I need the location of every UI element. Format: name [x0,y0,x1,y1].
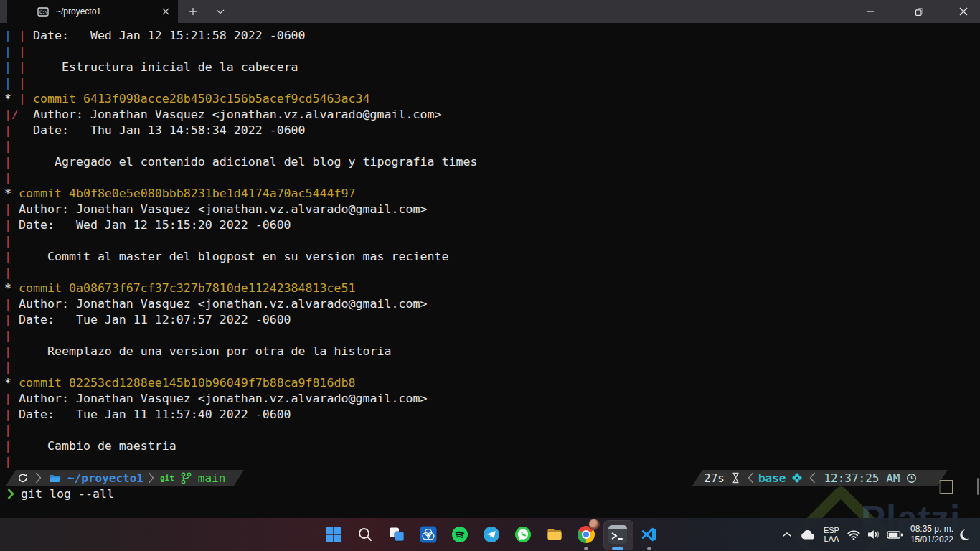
task-view-icon [388,526,405,543]
terminal-line: | [4,454,477,470]
restore-button[interactable] [903,0,936,23]
folder-icon [49,474,61,483]
search-button[interactable] [349,518,381,551]
terminal-line: * commit 82253cd1288ee145b10b96049f7b88c… [4,375,477,391]
terminal-line: | Date: Tue Jan 11 12:07:57 2022 -0600 [4,312,477,328]
terminal-line: | Date: Tue Jan 11 11:57:40 2022 -0600 [4,407,477,423]
battery-icon [887,530,903,540]
prompt-segment-right: 27s base 12:37:25 AM [692,470,948,486]
whatsapp-button[interactable] [507,518,539,551]
terminal-line: | [4,233,477,249]
wifi-button[interactable] [847,520,861,549]
notifications-button[interactable] [958,520,970,549]
vscode-button[interactable] [633,518,665,551]
command-prompt-icon: C:\ [37,6,49,17]
tray-time: 08:35 p. m. [910,524,953,534]
hourglass-icon [731,472,740,484]
running-indicator [584,547,588,550]
cloud-icon [799,529,816,541]
tab-dropdown-button[interactable] [208,0,232,23]
window-titlebar[interactable]: C:\ ~/proyecto1 [0,0,980,23]
terminal-line: | Cambio de maestria [4,438,477,454]
minimize-button[interactable] [854,0,887,23]
wifi-icon [847,529,861,540]
close-button[interactable] [947,0,980,23]
conda-env-icon [792,473,802,483]
prompt-branch: main [198,471,226,485]
terminal-line: | Author: Jonathan Vasquez <jonathan.vz.… [4,296,477,312]
shell-sync-icon [17,473,28,484]
terminal-line: | Agregado el contenido adicional del bl… [4,154,477,170]
battery-button[interactable] [887,520,903,549]
terminal-line: | [4,265,477,281]
terminal-line: | [4,328,477,344]
windows-terminal-button[interactable] [602,518,633,551]
tray-date: 15/01/2022 [910,534,953,545]
telegram-icon [483,526,500,543]
chevron-left-separator-icon [809,471,816,484]
command-line[interactable]: git log --all [4,486,114,501]
chevron-right-separator-icon [148,471,154,484]
file-explorer-icon [546,526,563,543]
prompt-segment-left: ~/proyecto1 git main [6,470,244,486]
volume-button[interactable] [867,520,881,549]
whatsapp-icon [514,526,532,543]
chevron-right-separator-icon [35,471,42,484]
start-button[interactable] [318,518,349,551]
svg-text:C:\: C:\ [39,9,47,14]
terminal-line: | | Date: Wed Jan 12 15:21:58 2022 -0600 [4,28,477,44]
terminal-scrollbar[interactable] [977,478,979,495]
windows-start-icon [326,527,341,542]
new-tab-button[interactable] [181,0,205,23]
terminal-line: | [4,423,477,438]
chrome-profile-avatar [588,519,600,530]
terminal-line: * commit 0a08673f67cf37c327b7810de112423… [4,281,477,296]
search-icon [357,527,373,542]
running-indicator [647,547,651,550]
terminal-line: | | Estructura inicial de la cabecera [4,60,477,75]
terminal-line: * commit 4b0f8e0e5e080bbb8231be1d4174a70… [4,186,477,202]
focus-assist-moon-icon [958,529,970,541]
prompt-path: ~/proyecto1 [67,471,143,485]
terminal-line: | [4,138,477,154]
spotify-button[interactable] [444,518,476,551]
terminal-line: | Author: Jonathan Vasquez <jonathan.vz.… [4,391,477,407]
active-indicator [612,547,623,550]
chevron-up-icon [782,532,792,537]
terminal-line: | | [4,75,477,91]
spotify-icon [451,526,468,543]
telegram-button[interactable] [476,518,507,551]
system-tray: ESP LAA 08:35 p. m. 15/01/2022 [782,518,980,551]
terminal-viewport[interactable]: | | Date: Wed Jan 12 15:21:58 2022 -0600… [0,23,980,518]
prompt-chevron-icon [7,488,14,500]
terminal-line: | | [4,44,477,60]
clock-icon [906,473,917,484]
volume-icon [867,529,881,540]
language-indicator[interactable]: ESP LAA [824,526,839,543]
terminal-cursor [939,480,953,494]
terminal-line: | Date: Thu Jan 13 14:58:34 2022 -0600 [4,123,477,138]
file-explorer-button[interactable] [539,518,570,551]
taskbar-icons [318,518,665,551]
terminal-line: | Date: Wed Jan 12 15:15:20 2022 -0600 [4,217,477,233]
prompt-time: 12:37:25 AM [824,471,900,485]
terminal-output: | | Date: Wed Jan 12 15:21:58 2022 -0600… [4,28,477,470]
task-view-button[interactable] [381,518,413,551]
language-line1: ESP [824,526,839,534]
hidden-icons-button[interactable] [782,520,792,549]
onedrive-button[interactable] [799,520,816,549]
terminal-line: | Commit al master del blogpost en su ve… [4,249,477,265]
terminal-line: | [4,170,477,186]
terminal-line: | Reemplazo de una version por otra de l… [4,344,477,359]
venn-app-button[interactable] [413,518,444,551]
terminal-tab[interactable]: C:\ ~/proyecto1 [7,0,178,23]
chrome-button[interactable] [570,518,602,551]
venn-app-icon [420,526,437,543]
terminal-line: | Author: Jonathan Vasquez <jonathan.vz.… [4,202,477,217]
windows-terminal-icon [608,525,627,544]
clock-calendar[interactable]: 08:35 p. m. 15/01/2022 [910,524,953,545]
language-line2: LAA [824,534,839,543]
tab-close-icon[interactable] [158,4,174,19]
tab-title: ~/proyecto1 [56,6,158,17]
terminal-line: * | commit 6413f098acce28b4503c156b5acef… [4,91,477,107]
